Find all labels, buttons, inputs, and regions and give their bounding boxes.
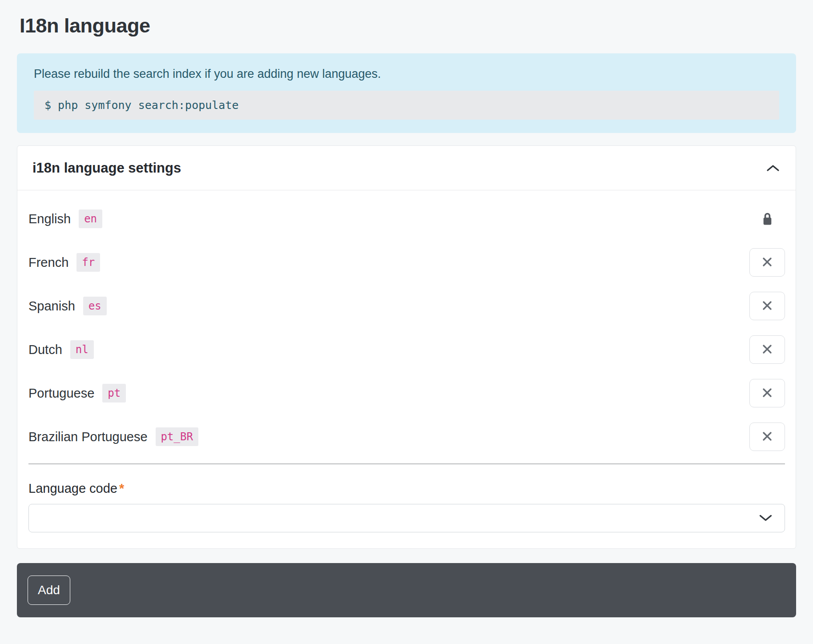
language-row: Brazilian Portuguese pt_BR bbox=[28, 423, 785, 451]
x-icon bbox=[761, 343, 773, 356]
x-icon bbox=[761, 431, 773, 443]
language-code-badge: pt_BR bbox=[156, 427, 198, 446]
language-info: Dutch nl bbox=[28, 340, 94, 359]
card-body: English en bbox=[17, 190, 796, 548]
language-name: Brazilian Portuguese bbox=[28, 430, 148, 444]
info-alert: Please rebuild the search index if you a… bbox=[17, 53, 796, 133]
language-name: English bbox=[28, 212, 71, 226]
card-title: i18n language settings bbox=[32, 160, 181, 176]
alert-message: Please rebuild the search index if you a… bbox=[34, 67, 779, 81]
x-icon bbox=[761, 256, 773, 269]
x-icon bbox=[761, 300, 773, 313]
language-row: Spanish es bbox=[28, 292, 785, 320]
language-code-badge: es bbox=[83, 297, 107, 315]
language-info: English en bbox=[28, 209, 102, 228]
remove-language-button[interactable] bbox=[749, 292, 785, 320]
language-code-badge: nl bbox=[70, 340, 94, 359]
page-title: I18n language bbox=[20, 14, 796, 37]
language-info: Portuguese pt bbox=[28, 384, 126, 402]
remove-language-button[interactable] bbox=[749, 335, 785, 364]
chevron-up-icon[interactable] bbox=[766, 164, 780, 172]
language-code-badge: en bbox=[79, 209, 102, 228]
remove-language-button[interactable] bbox=[749, 423, 785, 451]
language-code-badge: pt bbox=[102, 384, 126, 402]
language-row: Portuguese pt bbox=[28, 379, 785, 407]
language-info: Brazilian Portuguese pt_BR bbox=[28, 427, 198, 446]
add-button[interactable]: Add bbox=[28, 576, 70, 605]
language-name: Spanish bbox=[28, 299, 75, 314]
language-name: Portuguese bbox=[28, 386, 94, 401]
row-action bbox=[749, 292, 785, 320]
language-code-field: Language code* bbox=[28, 481, 785, 532]
language-row: English en bbox=[28, 205, 785, 233]
language-code-select[interactable] bbox=[28, 504, 785, 532]
language-info: Spanish es bbox=[28, 297, 107, 315]
language-row: French fr bbox=[28, 248, 785, 277]
page: I18n language Please rebuild the search … bbox=[0, 0, 813, 617]
language-name: French bbox=[28, 255, 68, 270]
remove-language-button[interactable] bbox=[749, 379, 785, 407]
row-action bbox=[749, 212, 785, 226]
language-settings-card: i18n language settings English en bbox=[17, 145, 796, 549]
lock-icon bbox=[761, 212, 774, 226]
card-header-toggle[interactable]: i18n language settings bbox=[17, 146, 796, 190]
row-action bbox=[749, 423, 785, 451]
row-action bbox=[749, 379, 785, 407]
required-asterisk: * bbox=[119, 481, 124, 495]
language-code-label-text: Language code bbox=[28, 481, 117, 495]
divider bbox=[28, 463, 785, 464]
row-action bbox=[749, 248, 785, 277]
language-name: Dutch bbox=[28, 342, 62, 357]
language-code-badge: fr bbox=[76, 253, 100, 272]
chevron-down-icon bbox=[759, 515, 772, 522]
language-code-label: Language code* bbox=[28, 481, 785, 496]
language-info: French fr bbox=[28, 253, 100, 272]
language-row: Dutch nl bbox=[28, 335, 785, 364]
remove-language-button[interactable] bbox=[749, 248, 785, 277]
language-list: English en bbox=[28, 205, 785, 451]
x-icon bbox=[761, 387, 773, 400]
alert-command: $ php symfony search:populate bbox=[34, 91, 779, 120]
row-action bbox=[749, 335, 785, 364]
actions-bar: Add bbox=[17, 563, 796, 617]
